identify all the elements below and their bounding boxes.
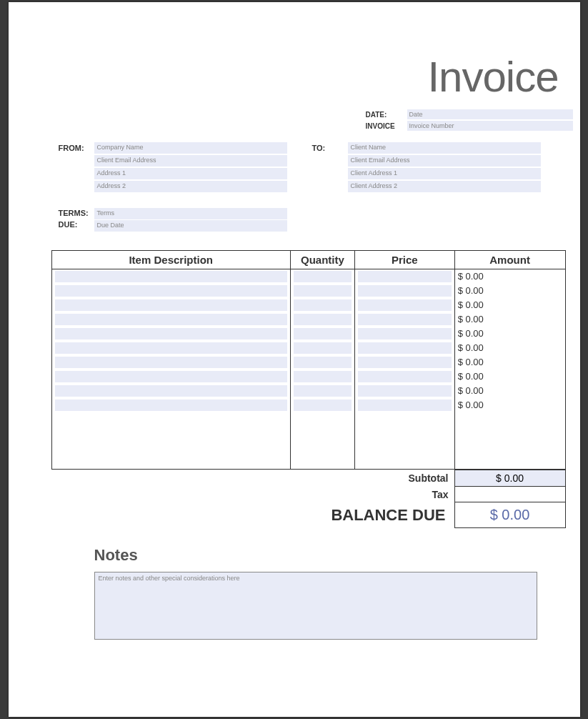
cell-quantity[interactable]: [290, 312, 354, 327]
table-row: $ 0.00: [51, 341, 565, 355]
invoice-number-label: INVOICE: [366, 122, 407, 130]
subtotal-label: Subtotal: [51, 470, 455, 487]
subtotal-value: $ 0.00: [454, 470, 565, 487]
cell-price[interactable]: [354, 341, 454, 355]
cell-quantity[interactable]: [290, 327, 354, 341]
page-title: Invoice: [23, 52, 559, 101]
cell-description[interactable]: [51, 269, 290, 284]
from-block: FROM: Company Name Client Email Address …: [59, 142, 312, 194]
cell-amount: $ 0.00: [454, 312, 565, 327]
cell-price[interactable]: [354, 370, 454, 384]
date-label: DATE:: [366, 111, 407, 119]
header-price: Price: [354, 251, 454, 269]
table-row-empty: [51, 412, 565, 470]
cell-amount: $ 0.00: [454, 269, 565, 284]
invoice-meta: DATE: Date INVOICE Invoice Number: [366, 109, 573, 132]
cell-quantity[interactable]: [290, 398, 354, 412]
from-label: FROM:: [59, 142, 94, 194]
totals-block: Subtotal $ 0.00 Tax BALANCE DUE $ 0.00: [51, 470, 566, 528]
cell-price[interactable]: [354, 327, 454, 341]
date-field[interactable]: Date: [407, 109, 573, 119]
notes-heading: Notes: [94, 546, 566, 565]
cell-quantity[interactable]: [290, 298, 354, 312]
cell-description[interactable]: [51, 384, 290, 398]
cell-description[interactable]: [51, 355, 290, 370]
header-description: Item Description: [51, 251, 290, 269]
terms-label: TERMS:: [59, 208, 94, 219]
to-block: TO: Client Name Client Email Address Cli…: [312, 142, 566, 194]
cell-description[interactable]: [51, 341, 290, 355]
cell-amount: $ 0.00: [454, 398, 565, 412]
cell-price[interactable]: [354, 269, 454, 284]
cell-amount: $ 0.00: [454, 370, 565, 384]
cell-description[interactable]: [51, 398, 290, 412]
cell-price[interactable]: [354, 355, 454, 370]
table-row: $ 0.00: [51, 269, 565, 284]
empty-cell: [454, 412, 565, 470]
cell-price[interactable]: [354, 298, 454, 312]
cell-amount: $ 0.00: [454, 298, 565, 312]
cell-price[interactable]: [354, 398, 454, 412]
invoice-number-field[interactable]: Invoice Number: [407, 121, 573, 131]
empty-cell: [51, 412, 290, 470]
cell-description[interactable]: [51, 370, 290, 384]
table-row: $ 0.00: [51, 298, 565, 312]
table-row: $ 0.00: [51, 327, 565, 341]
cell-amount: $ 0.00: [454, 355, 565, 370]
cell-description[interactable]: [51, 298, 290, 312]
from-address1-field[interactable]: Address 1: [94, 168, 287, 179]
header-amount: Amount: [454, 251, 565, 269]
cell-amount: $ 0.00: [454, 327, 565, 341]
to-name-field[interactable]: Client Name: [348, 142, 541, 154]
cell-price[interactable]: [354, 312, 454, 327]
cell-quantity[interactable]: [290, 284, 354, 298]
balance-due-label: BALANCE DUE: [51, 502, 455, 528]
cell-amount: $ 0.00: [454, 341, 565, 355]
table-row: $ 0.00: [51, 370, 565, 384]
cell-quantity[interactable]: [290, 370, 354, 384]
tax-value[interactable]: [454, 487, 565, 502]
cell-amount: $ 0.00: [454, 384, 565, 398]
invoice-page: Invoice DATE: Date INVOICE Invoice Numbe…: [9, 2, 580, 717]
from-address2-field[interactable]: Address 2: [94, 181, 287, 192]
to-address2-field[interactable]: Client Address 2: [348, 181, 541, 192]
notes-textarea[interactable]: Enter notes and other special considerat…: [94, 572, 537, 640]
from-company-field[interactable]: Company Name: [94, 142, 287, 154]
terms-block: TERMS: DUE: Terms Due Date: [59, 208, 566, 232]
cell-quantity[interactable]: [290, 384, 354, 398]
terms-field[interactable]: Terms: [94, 208, 287, 219]
cell-description[interactable]: [51, 284, 290, 298]
parties-block: FROM: Company Name Client Email Address …: [59, 142, 566, 194]
cell-price[interactable]: [354, 284, 454, 298]
cell-quantity[interactable]: [290, 341, 354, 355]
cell-price[interactable]: [354, 384, 454, 398]
table-row: $ 0.00: [51, 312, 565, 327]
empty-cell: [354, 412, 454, 470]
line-items-table: Item Description Quantity Price Amount $…: [51, 250, 566, 470]
cell-description[interactable]: [51, 327, 290, 341]
cell-amount: $ 0.00: [454, 284, 565, 298]
due-date-field[interactable]: Due Date: [94, 220, 287, 232]
cell-description[interactable]: [51, 312, 290, 327]
cell-quantity[interactable]: [290, 269, 354, 284]
from-email-field[interactable]: Client Email Address: [94, 155, 287, 167]
to-email-field[interactable]: Client Email Address: [348, 155, 541, 167]
due-label: DUE:: [59, 219, 94, 231]
table-row: $ 0.00: [51, 355, 565, 370]
to-label: TO:: [312, 142, 348, 194]
table-row: $ 0.00: [51, 398, 565, 412]
cell-quantity[interactable]: [290, 355, 354, 370]
table-row: $ 0.00: [51, 384, 565, 398]
empty-cell: [290, 412, 354, 470]
tax-label: Tax: [51, 487, 455, 502]
header-quantity: Quantity: [290, 251, 354, 269]
balance-due-value: $ 0.00: [454, 502, 565, 528]
table-row: $ 0.00: [51, 284, 565, 298]
to-address1-field[interactable]: Client Address 1: [348, 168, 541, 179]
